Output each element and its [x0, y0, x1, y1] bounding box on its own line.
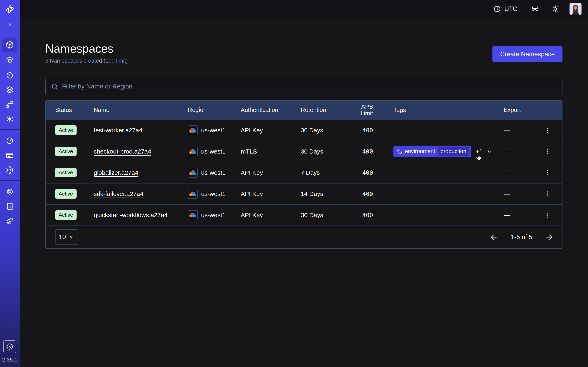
page-size-select[interactable]: 10: [55, 229, 78, 245]
table-footer: 10 1-5 of 5: [46, 225, 562, 248]
gcp-cloud-icon: [188, 189, 198, 199]
sidebar-item-schedules[interactable]: [2, 68, 17, 82]
billing-dollar-badge-button[interactable]: $: [3, 340, 16, 353]
retention-label: 14 Days: [301, 191, 347, 197]
auth-label: mTLS: [241, 148, 301, 155]
app-window: $ 2.35.1 UTC: [0, 0, 588, 367]
aps-limit-value: 400: [347, 127, 373, 134]
sidebar-item-support[interactable]: [2, 185, 17, 198]
reader-mode-button[interactable]: [531, 5, 539, 13]
namespace-count-subtitle: 5 Namespaces created (100 limit): [45, 58, 128, 64]
auth-label: API Key: [241, 169, 301, 176]
col-header-name: Name: [94, 107, 188, 113]
auth-label: API Key: [241, 127, 301, 134]
namespace-link[interactable]: test-worker.a27a4: [94, 127, 142, 133]
page-title: Namespaces: [45, 42, 128, 55]
gcp-cloud-icon: [188, 168, 198, 178]
timezone-selector[interactable]: UTC: [493, 5, 517, 13]
col-header-aps-limit: APS Limit: [347, 103, 373, 117]
col-header-authentication: Authentication: [241, 107, 301, 113]
previous-page-button[interactable]: [490, 233, 498, 242]
tag-value: production: [438, 147, 469, 156]
eye-orbit-icon: [6, 56, 14, 64]
auth-label: API Key: [241, 212, 301, 218]
namespace-link[interactable]: checkout-prod.a27a4: [94, 148, 151, 155]
glasses-icon: [531, 5, 539, 13]
user-avatar[interactable]: [569, 3, 582, 15]
col-header-retention: Retention: [301, 107, 347, 113]
namespace-link[interactable]: sdk-failover.a27a4: [94, 191, 144, 197]
export-value: —: [504, 191, 540, 197]
col-header-tags: Tags: [373, 107, 504, 113]
sidebar-item-usage[interactable]: [2, 134, 17, 147]
row-menu-button[interactable]: [542, 167, 553, 178]
clock-icon: [493, 5, 501, 13]
col-header-export: Export: [504, 107, 540, 113]
gcp-cloud-icon: [188, 125, 198, 135]
table-row: Active sdk-failover.a27a4 us-west1 API K…: [46, 183, 562, 204]
next-page-button[interactable]: [545, 233, 553, 242]
aps-limit-value: 400: [347, 212, 373, 218]
tags-expand-chevron-icon[interactable]: [486, 149, 493, 155]
row-menu-button[interactable]: [542, 125, 553, 136]
region-label: us-west1: [201, 127, 226, 134]
sidebar-item-integrations[interactable]: [2, 113, 17, 125]
search-icon: [51, 83, 58, 90]
sidebar-item-getting-started[interactable]: [2, 215, 17, 227]
svg-text:$: $: [9, 345, 11, 349]
app-version: 2.35.1: [2, 357, 17, 363]
branch-icon: [6, 100, 14, 108]
sidebar: $ 2.35.1: [0, 0, 20, 367]
sidebar-divider: [0, 129, 20, 130]
sidebar-item-settings[interactable]: [2, 164, 17, 176]
search-input[interactable]: [62, 83, 559, 90]
retention-label: 30 Days: [301, 148, 347, 155]
dollar-seal-icon: $: [6, 343, 14, 351]
tag-chip[interactable]: environment production: [393, 146, 471, 157]
sidebar-item-billing[interactable]: [2, 149, 17, 162]
sidebar-item-monitor[interactable]: [2, 54, 17, 67]
tag-icon: [397, 149, 402, 154]
credit-card-icon: [6, 151, 14, 159]
tags-more-count: +1: [476, 148, 483, 155]
asterisk-icon: [6, 115, 14, 123]
temporal-logo-icon[interactable]: [2, 4, 17, 15]
status-badge: Active: [55, 189, 77, 199]
row-menu-button[interactable]: [542, 146, 553, 157]
sidebar-item-docs[interactable]: [2, 200, 17, 213]
region-label: us-west1: [201, 212, 226, 218]
arrow-left-icon: [490, 233, 498, 242]
timer-icon: [6, 71, 14, 79]
theme-toggle-button[interactable]: [551, 5, 559, 13]
chevron-down-icon: [69, 234, 74, 240]
col-header-region: Region: [188, 107, 241, 113]
gauge-icon: [6, 137, 14, 145]
namespaces-page: Namespaces 5 Namespaces created (100 lim…: [20, 18, 588, 249]
sidebar-item-namespaces[interactable]: [2, 38, 17, 52]
page-size-value: 10: [59, 234, 66, 241]
aps-limit-value: 400: [347, 169, 373, 176]
export-value: —: [504, 127, 540, 134]
auth-label: API Key: [241, 191, 301, 197]
export-value: —: [504, 169, 540, 176]
table-row: Active test-worker.a27a4 us-west1 API Ke…: [46, 119, 562, 141]
sidebar-expand-chevron-icon[interactable]: [2, 20, 17, 29]
region-label: us-west1: [201, 169, 226, 176]
create-namespace-button[interactable]: Create Namespace: [493, 46, 562, 62]
row-menu-button[interactable]: [542, 188, 553, 200]
sidebar-item-workflows[interactable]: [2, 98, 17, 111]
namespace-link[interactable]: quickstart-workflows.a27a4: [94, 212, 168, 218]
export-value: —: [504, 212, 540, 218]
topbar: UTC: [20, 0, 588, 18]
filter-search-box[interactable]: [45, 78, 562, 95]
sidebar-item-deployments[interactable]: [2, 83, 17, 96]
tag-key: environment: [405, 148, 435, 155]
row-menu-button[interactable]: [542, 210, 553, 221]
namespace-link[interactable]: globalizer.a27a4: [94, 169, 138, 176]
aps-limit-value: 400: [347, 191, 373, 197]
table-row: Active quickstart-workflows.a27a4 us-wes…: [46, 204, 562, 225]
table-row: Active checkout-prod.a27a4 us-west1 mTLS…: [46, 141, 562, 162]
tags-cell: environment production +1: [373, 146, 504, 157]
kebab-menu-icon: [544, 148, 551, 155]
gcp-cloud-icon: [188, 147, 198, 156]
